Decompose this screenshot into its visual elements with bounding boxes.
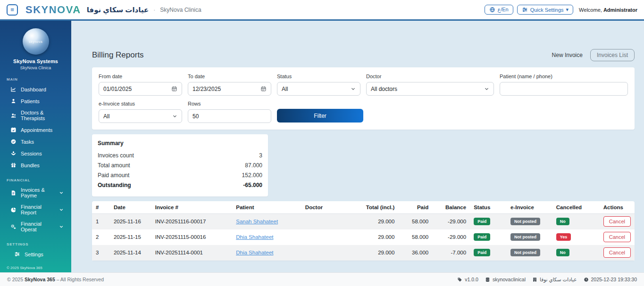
cancel-button[interactable]: Cancel: [603, 232, 631, 242]
filter-button[interactable]: Filter: [277, 109, 363, 123]
patient-link[interactable]: Dhia Shahateet: [236, 234, 273, 240]
people-icon: [10, 113, 17, 119]
sidebar-item-patients[interactable]: Patients: [0, 95, 71, 107]
summary-title: Summary: [98, 140, 262, 147]
invoice-icon: [10, 190, 17, 196]
database-icon: [485, 277, 490, 282]
sidebar-item-dashboard[interactable]: Dashboard: [0, 83, 71, 95]
topbar-actions: ع/En Quick Settings ▾ Welcome, Administr…: [485, 5, 637, 15]
rows-field: Rows: [188, 101, 271, 123]
spa-icon: [10, 150, 17, 156]
cancel-button[interactable]: Cancel: [603, 216, 631, 227]
to-date-input[interactable]: [188, 82, 271, 96]
sidebar-item-sessions[interactable]: Sessions: [0, 147, 71, 159]
sidebar-section-main: MAIN: [7, 77, 71, 82]
chart-line-icon: [10, 86, 17, 92]
summary-outstanding: Outstanding-65.000: [98, 180, 262, 190]
from-date-field: From date: [99, 74, 182, 96]
sidebar-section-settings: SETTINGS: [7, 242, 71, 246]
sidebar-copyright: © 2025 SkyNova 365: [7, 266, 71, 270]
sidebar-item-doctors-therapists[interactable]: Doctors & Therapists: [0, 107, 71, 124]
chevron-down-icon: [172, 114, 177, 119]
calendar-check-icon: [10, 127, 17, 133]
from-date-value[interactable]: [103, 86, 168, 92]
sidebar-item-financial-reports[interactable]: Financial Report: [0, 201, 71, 218]
col-total: Total (incl.): [358, 201, 399, 214]
clock-icon: [584, 277, 589, 282]
einvoice-status-label: e-Invoice status: [99, 101, 182, 106]
chevron-down-icon: [59, 224, 64, 229]
sliders-icon: [522, 7, 528, 13]
rows-input[interactable]: [188, 109, 271, 123]
footer-copyright: © 2025 SkyNova 365 – All Rights Reserved: [7, 277, 104, 282]
sidebar-section-financial: FINANCIAL: [7, 178, 71, 182]
status-badge: Paid: [474, 218, 490, 225]
status-badge: Paid: [474, 233, 490, 241]
to-date-value[interactable]: [192, 86, 258, 92]
quick-settings-button[interactable]: Quick Settings ▾: [517, 5, 573, 15]
doctor-field: Doctor All doctors: [366, 74, 494, 96]
cancelled-badge: Yes: [556, 233, 571, 241]
cancelled-badge: No: [556, 249, 569, 256]
gift-icon: [10, 162, 17, 168]
sidebar: skynova SkyNova Systems SkyNova Clinica …: [0, 21, 71, 272]
patient-link[interactable]: Dhia Shahateet: [236, 250, 273, 255]
footer: © 2025 SkyNova 365 – All Rights Reserved…: [0, 272, 644, 286]
patient-value[interactable]: [504, 86, 623, 92]
gears-icon: [10, 224, 17, 230]
col-einvoice: e-Invoice: [507, 201, 552, 214]
footer-database: skynovaclinical: [485, 277, 526, 282]
summary-total-amount: Total amount87.000: [98, 160, 262, 170]
calendar-icon[interactable]: [171, 86, 177, 92]
brand-separator: ·: [153, 7, 155, 13]
pie-chart-icon: [10, 207, 17, 213]
doctor-label: Doctor: [366, 74, 494, 79]
footer-timestamp: 2025-12-23 19:33:30: [584, 277, 637, 282]
main-content: Billing Reports New Invoice Invoices Lis…: [71, 21, 644, 272]
sidebar-item-appointments[interactable]: Appointments: [0, 124, 71, 136]
einvoice-badge: Not posted: [510, 233, 540, 241]
language-toggle-button[interactable]: ع/En: [485, 5, 513, 15]
invoices-list-button[interactable]: Invoices List: [590, 49, 635, 61]
sidebar-item-invoices-payments[interactable]: Invoices & Payme: [0, 184, 71, 201]
status-select[interactable]: All: [277, 82, 360, 96]
sidebar-item-tasks[interactable]: Tasks: [0, 136, 71, 147]
rows-value[interactable]: [192, 113, 267, 120]
col-invoice: Invoice #: [151, 201, 233, 214]
einvoice-badge: Not posted: [510, 218, 540, 225]
summary-panel: Summary Invoices count3 Total amount87.0…: [92, 134, 268, 196]
col-balance: Balance: [432, 201, 470, 214]
summary-paid-amount: Paid amount152.000: [98, 170, 262, 180]
building-icon: [532, 277, 537, 282]
sidebar-item-financial-operations[interactable]: Financial Operat: [0, 218, 71, 235]
welcome-text: Welcome, Administrator: [579, 7, 637, 13]
patient-input[interactable]: [500, 82, 628, 96]
cancel-button[interactable]: Cancel: [603, 247, 631, 258]
einvoice-badge: Not posted: [510, 249, 540, 256]
einvoice-status-select[interactable]: All: [99, 109, 182, 123]
status-field: Status All: [277, 74, 360, 96]
col-actions: Actions: [600, 201, 635, 214]
skynova-logo: SKYNOVA: [25, 4, 81, 16]
sidebar-org-name: SkyNova Systems: [0, 58, 71, 64]
calendar-icon[interactable]: [260, 86, 267, 92]
invoices-table-panel: # Date Invoice # Patient Doctor Total (i…: [92, 201, 635, 261]
from-date-label: From date: [99, 74, 182, 79]
patient-link[interactable]: Sanah Shahateet: [236, 219, 278, 224]
from-date-input[interactable]: [99, 82, 182, 96]
status-label: Status: [277, 74, 360, 79]
patient-label: Patient (name / phone): [500, 74, 628, 79]
sidebar-item-bundles[interactable]: Bundles: [0, 159, 71, 171]
doctor-select[interactable]: All doctors: [366, 82, 494, 96]
chevron-down-icon: [351, 86, 356, 91]
new-invoice-link[interactable]: New Invoice: [552, 52, 583, 58]
patient-field: Patient (name / phone): [500, 74, 628, 96]
current-user-name: Administrator: [603, 7, 637, 13]
sidebar-toggle-button[interactable]: ≡: [7, 4, 18, 16]
footer-version: v1.0.0: [457, 277, 478, 282]
tag-icon: [457, 277, 462, 282]
sidebar-item-settings[interactable]: Settings: [0, 248, 71, 260]
caret-down-icon: ▾: [566, 7, 569, 13]
chevron-down-icon: [59, 207, 64, 212]
col-date: Date: [110, 201, 151, 214]
